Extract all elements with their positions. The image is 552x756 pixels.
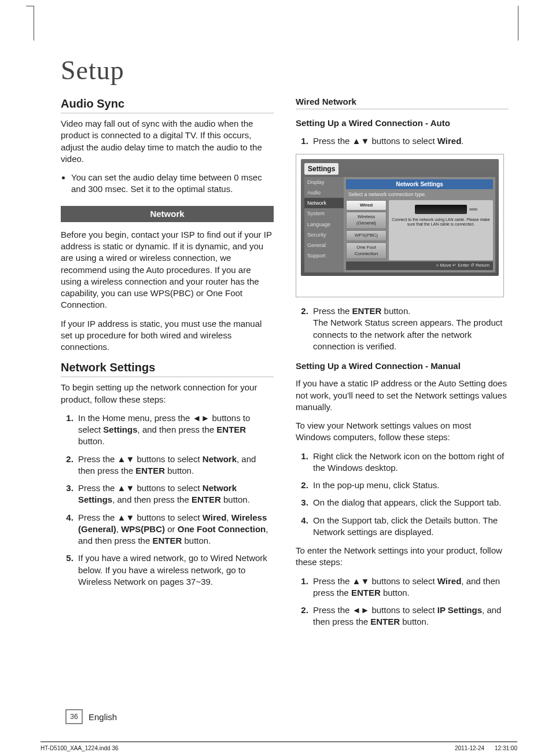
- option-wps: WPS(PBC): [346, 230, 387, 241]
- settings-sidebar: Display Audio Network System Language Se…: [304, 177, 344, 272]
- win-step-2: In the pop-up menu, click Status.: [311, 480, 509, 491]
- auto-step-1: Press the ▲▼ buttons to select Wired.: [311, 135, 509, 147]
- bold: ENTER: [370, 617, 400, 626]
- text: Press the ▲▼ buttons to select: [78, 483, 203, 493]
- bold: Wired: [437, 136, 462, 146]
- enter-step-2: Press the ◄► buttons to select IP Settin…: [311, 604, 509, 628]
- sidebar-item: General: [304, 240, 344, 250]
- settings-footer-hints: > Move ↵ Enter ↺ Return: [346, 261, 493, 270]
- text: button.: [165, 466, 194, 475]
- page-number-block: 36 English: [65, 709, 117, 724]
- bold: IP Settings: [437, 605, 482, 615]
- manual-p2: To view your Network settings values on …: [296, 420, 509, 444]
- connection-preview: Connect to the network using LAN cable. …: [389, 200, 493, 261]
- win-step-3: On the dialog that appears, click the Su…: [311, 497, 509, 508]
- step-4: Press the ▲▼ buttons to select Wired, Wi…: [76, 512, 274, 547]
- para-audio-sync: Video may fall out of sync with the audi…: [61, 118, 274, 165]
- crop-mark: [34, 6, 34, 40]
- manual-p1: If you have a static IP address or the A…: [296, 378, 509, 413]
- device-illustration-icon: [415, 205, 467, 214]
- text: button.: [400, 617, 429, 626]
- win-step-1: Right click the Network icon on the bott…: [311, 451, 509, 474]
- text: ,: [116, 524, 121, 534]
- language-label: English: [89, 712, 117, 722]
- heading-audio-sync: Audio Sync: [61, 96, 274, 113]
- text: button.: [381, 306, 410, 316]
- footer-datetime: 2011-12-2412:31:00: [455, 745, 517, 751]
- left-column: Audio Sync Video may fall out of sync wi…: [61, 96, 274, 635]
- subheading-wired-auto: Setting Up a Wired Connection - Auto: [296, 117, 509, 129]
- page-number: 36: [65, 709, 83, 724]
- text: button.: [381, 588, 410, 598]
- settings-panel-header: Network Settings: [346, 179, 493, 190]
- bold: ENTER: [192, 495, 221, 504]
- text: button.: [182, 536, 211, 545]
- crop-mark: [26, 6, 34, 6]
- subheading-wired-manual: Setting Up a Wired Connection - Manual: [296, 360, 509, 372]
- footer-file: HT-D5100_XAA_1224.indd 36: [41, 745, 119, 751]
- text: ,: [226, 512, 231, 522]
- para-network-intro1: Before you begin, contact your ISP to fi…: [61, 229, 274, 311]
- bold: Wired: [437, 576, 462, 586]
- manual-page: Setup Audio Sync Video may fall out of s…: [0, 0, 552, 756]
- sidebar-item: Display: [304, 177, 344, 187]
- settings-panel-subtitle: Select a network connection type.: [346, 189, 493, 200]
- text: Press the ▲▼ buttons to select: [313, 576, 437, 586]
- sidebar-item-selected: Network: [304, 198, 344, 208]
- auto-step-2: Press the ENTER button. The Network Stat…: [311, 305, 509, 352]
- text: Press the: [313, 306, 352, 316]
- text: The Network Status screen appears. The p…: [313, 318, 502, 351]
- connection-options: Wired Wireless (General) WPS(PBC) One Fo…: [346, 200, 387, 261]
- win-step-4: On the Support tab, click the Details bu…: [311, 515, 509, 539]
- step-2: Press the ▲▼ buttons to select Network, …: [76, 453, 274, 477]
- sidebar-item: Support: [304, 250, 344, 261]
- text: Press the ▲▼ buttons to select: [313, 136, 437, 146]
- option-onefoot: One Foot Connection: [346, 242, 387, 260]
- settings-screenshot: Settings Display Audio Network System La…: [296, 154, 504, 297]
- heading-wired-network: Wired Network: [296, 96, 509, 109]
- bold: WPS(PBC): [121, 524, 165, 534]
- enter-step-1: Press the ▲▼ buttons to select Wired, an…: [311, 576, 509, 599]
- bullet-audio-delay: You can set the audio delay time between…: [71, 172, 274, 196]
- sidebar-item: Audio: [304, 187, 344, 198]
- sidebar-item: Security: [304, 230, 344, 240]
- bold: ENTER: [351, 588, 381, 598]
- para-network-intro2: If your IP address is static, you must u…: [61, 318, 274, 353]
- bold: ENTER: [135, 466, 165, 475]
- heading-network-settings: Network Settings: [61, 360, 274, 377]
- sidebar-item: System: [304, 208, 344, 219]
- section-band-network: Network: [61, 206, 274, 222]
- text: , and then press the: [138, 425, 217, 434]
- text: Press the ◄► buttons to select: [313, 605, 437, 615]
- crop-mark: [518, 6, 518, 40]
- settings-window-title: Settings: [304, 163, 338, 175]
- right-column: Wired Network Setting Up a Wired Connect…: [296, 96, 509, 635]
- text: button.: [221, 495, 250, 504]
- preview-text: Connect to the network using LAN cable. …: [391, 217, 491, 227]
- manual-p3: To enter the Network settings into your …: [296, 545, 509, 569]
- text: button.: [78, 436, 105, 446]
- option-wired: Wired: [346, 200, 387, 211]
- step-1: In the Home menu, press the ◄► buttons t…: [76, 412, 274, 448]
- para-netset-lead: To begin setting up the network connecti…: [61, 382, 274, 405]
- bold: ENTER: [216, 425, 246, 434]
- bold: Settings: [103, 425, 137, 434]
- footer-date: 2011-12-24: [455, 745, 484, 751]
- bold: ENTER: [352, 306, 382, 316]
- text: Press the ▲▼ buttons to select: [78, 512, 203, 522]
- bold: ENTER: [152, 536, 182, 545]
- text: or: [165, 524, 178, 534]
- text: .: [461, 136, 463, 146]
- sidebar-item: Language: [304, 219, 344, 230]
- footer-rule: [41, 742, 517, 742]
- bold: Wired: [203, 512, 227, 522]
- option-wireless: Wireless (General): [346, 212, 387, 229]
- footer-time: 12:31:00: [495, 745, 517, 751]
- page-title: Setup: [61, 55, 509, 86]
- step-3: Press the ▲▼ buttons to select Network S…: [76, 482, 274, 506]
- step-5: If you have a wired network, go to Wired…: [76, 552, 274, 588]
- settings-main: Network Settings Select a network connec…: [344, 177, 495, 272]
- bold: Network: [203, 454, 237, 464]
- text: Press the ▲▼ buttons to select: [78, 454, 203, 464]
- text: , and then press the: [112, 495, 192, 504]
